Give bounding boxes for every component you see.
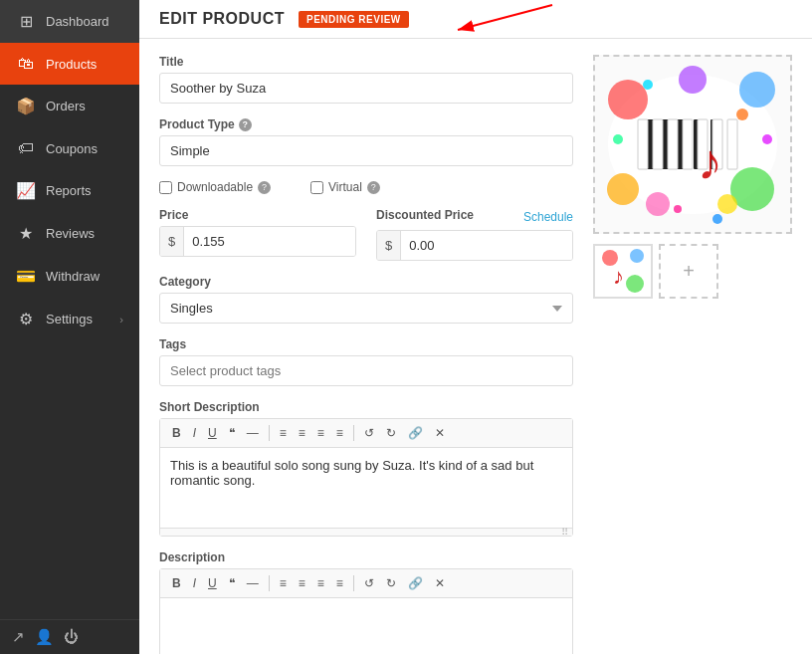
sidebar-item-reports[interactable]: 📈 Reports xyxy=(0,169,139,212)
italic-button[interactable]: I xyxy=(189,424,200,442)
power-icon[interactable]: ⏻ xyxy=(64,628,79,646)
sidebar-item-coupons[interactable]: 🏷 Coupons xyxy=(0,127,139,169)
svg-point-32 xyxy=(626,275,644,293)
withdraw-icon: 💳 xyxy=(16,267,36,286)
virtual-checkbox-wrap[interactable]: Virtual ? xyxy=(310,180,380,194)
quote-button[interactable]: ❝ xyxy=(225,424,239,442)
virtual-checkbox[interactable] xyxy=(310,181,323,194)
main-content: EDIT PRODUCT PENDING REVIEW Title xyxy=(139,0,812,654)
desc-quote-button[interactable]: ❝ xyxy=(225,574,239,592)
desc-toolbar-divider-1 xyxy=(269,575,270,591)
redo-button[interactable]: ↻ xyxy=(382,424,400,442)
svg-text:♪: ♪ xyxy=(613,264,624,289)
page-header-wrap: EDIT PRODUCT PENDING REVIEW xyxy=(139,0,812,39)
desc-align-right-button[interactable]: ≡ xyxy=(313,574,328,592)
sidebar-item-orders[interactable]: 📦 Orders xyxy=(0,85,139,127)
schedule-link[interactable]: Schedule xyxy=(523,210,573,224)
title-input[interactable] xyxy=(159,73,573,104)
short-desc-text: This is a beautiful solo song sung by Su… xyxy=(170,458,533,488)
justify-button[interactable]: ≡ xyxy=(332,424,347,442)
product-type-help-icon: ? xyxy=(239,118,252,131)
sidebar-item-products[interactable]: 🛍 Products xyxy=(0,43,139,85)
desc-toolbar: B I U ❝ — ≡ ≡ ≡ ≡ ↺ ↻ 🔗 ✕ xyxy=(160,569,572,598)
svg-point-18 xyxy=(607,173,639,205)
desc-redo-button[interactable]: ↻ xyxy=(382,574,400,592)
underline-button[interactable]: U xyxy=(204,424,221,442)
desc-bold-button[interactable]: B xyxy=(168,574,185,592)
sidebar-item-label: Reports xyxy=(46,183,92,198)
price-label: Price xyxy=(159,208,356,222)
product-type-group: Product Type ? xyxy=(159,117,573,166)
svg-rect-11 xyxy=(683,119,693,169)
virtual-help-icon: ? xyxy=(367,181,380,194)
desc-underline-button[interactable]: U xyxy=(204,574,221,592)
sidebar-item-label: Reviews xyxy=(46,226,95,241)
downloadable-checkbox[interactable] xyxy=(159,181,172,194)
tags-input[interactable] xyxy=(159,355,573,386)
desc-toolbar-divider-2 xyxy=(353,575,354,591)
desc-align-left-button[interactable]: ≡ xyxy=(276,574,291,592)
remove-format-button[interactable]: ✕ xyxy=(431,424,449,442)
svg-point-20 xyxy=(646,192,670,216)
desc-dash-button[interactable]: — xyxy=(243,574,263,592)
downloadable-checkbox-wrap[interactable]: Downloadable ? xyxy=(159,180,271,194)
product-image-panel: ♪ ♪ xyxy=(593,55,792,654)
svg-point-16 xyxy=(739,72,775,108)
sidebar-item-dashboard[interactable]: ⊞ Dashboard xyxy=(0,0,139,43)
sidebar-item-withdraw[interactable]: 💳 Withdraw xyxy=(0,255,139,298)
tags-group: Tags xyxy=(159,337,573,386)
svg-point-27 xyxy=(674,205,682,213)
dash-button[interactable]: — xyxy=(243,424,263,442)
sidebar-bottom: ↗ 👤 ⏻ xyxy=(0,619,139,654)
bold-button[interactable]: B xyxy=(168,424,185,442)
undo-button[interactable]: ↺ xyxy=(360,424,378,442)
desc-remove-format-button[interactable]: ✕ xyxy=(431,574,449,592)
svg-text:♪: ♪ xyxy=(698,134,722,190)
sidebar-item-settings[interactable]: ⚙ Settings › xyxy=(0,298,139,340)
align-right-button[interactable]: ≡ xyxy=(313,424,328,442)
link-button[interactable]: 🔗 xyxy=(404,424,427,442)
desc-link-button[interactable]: 🔗 xyxy=(404,574,427,592)
short-desc-body[interactable]: This is a beautiful solo song sung by Su… xyxy=(160,448,572,528)
svg-rect-14 xyxy=(727,119,737,169)
discounted-price-input[interactable] xyxy=(401,231,572,260)
product-type-input[interactable] xyxy=(159,135,573,166)
user-icon[interactable]: 👤 xyxy=(35,628,54,646)
product-main-image[interactable]: ♪ xyxy=(593,55,792,234)
page-title: EDIT PRODUCT xyxy=(159,10,285,28)
sidebar: ⊞ Dashboard 🛍 Products 📦 Orders 🏷 Coupon… xyxy=(0,0,139,654)
category-group: Category Singles Albums EPs xyxy=(159,275,573,324)
toolbar-divider-2 xyxy=(353,425,354,441)
short-desc-toolbar: B I U ❝ — ≡ ≡ ≡ ≡ ↺ ↻ 🔗 ✕ xyxy=(160,419,572,448)
discounted-price-group: Discounted Price Schedule $ xyxy=(376,208,573,261)
sidebar-item-label: Products xyxy=(46,57,97,72)
form-left: Title Product Type ? Downloadable ? xyxy=(159,55,573,654)
product-image-svg: ♪ xyxy=(598,60,787,229)
desc-justify-button[interactable]: ≡ xyxy=(332,574,347,592)
thumb-image-svg: ♪ xyxy=(595,246,651,297)
external-link-icon[interactable]: ↗ xyxy=(12,628,25,646)
category-select[interactable]: Singles Albums EPs xyxy=(159,293,573,324)
price-input[interactable] xyxy=(184,227,355,256)
desc-undo-button[interactable]: ↺ xyxy=(360,574,378,592)
desc-italic-button[interactable]: I xyxy=(189,574,200,592)
price-input-wrap: $ xyxy=(159,226,356,257)
price-dollar-symbol: $ xyxy=(160,227,184,256)
short-desc-editor: B I U ❝ — ≡ ≡ ≡ ≡ ↺ ↻ 🔗 ✕ xyxy=(159,418,573,537)
desc-align-center-button[interactable]: ≡ xyxy=(295,574,309,592)
thumbnail-1[interactable]: ♪ xyxy=(593,244,653,299)
downloadable-help-icon: ? xyxy=(258,181,271,194)
align-left-button[interactable]: ≡ xyxy=(276,424,291,442)
virtual-label: Virtual xyxy=(328,180,362,194)
align-center-button[interactable]: ≡ xyxy=(295,424,309,442)
dashboard-icon: ⊞ xyxy=(16,12,36,31)
sidebar-item-label: Withdraw xyxy=(46,269,100,284)
svg-point-19 xyxy=(679,66,707,94)
sidebar-item-reviews[interactable]: ★ Reviews xyxy=(0,212,139,255)
resize-handle: ⠿ xyxy=(561,527,568,538)
orders-icon: 📦 xyxy=(16,97,36,115)
add-image-button[interactable]: + xyxy=(659,244,718,299)
short-desc-label: Short Description xyxy=(159,400,573,414)
category-label: Category xyxy=(159,275,573,289)
desc-body[interactable] xyxy=(160,598,572,654)
